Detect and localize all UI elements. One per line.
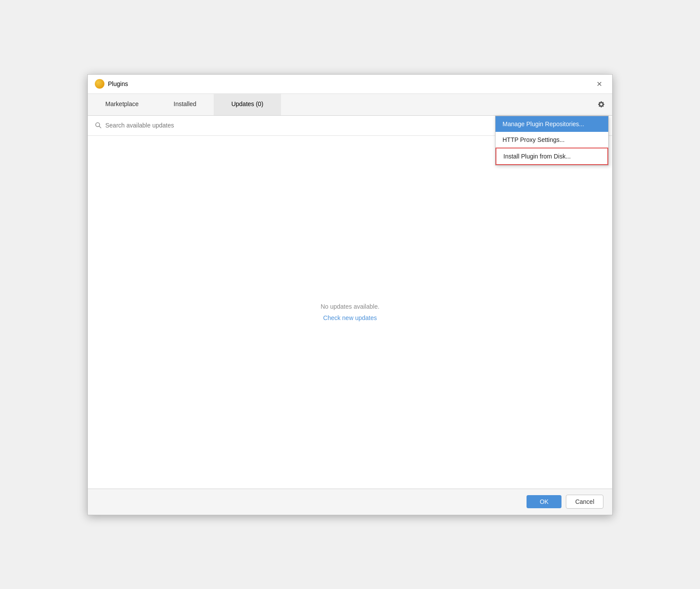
tabs-bar: Marketplace Installed Updates (0) Manage… xyxy=(88,94,612,116)
dialog-title: Plugins xyxy=(108,80,128,87)
tab-marketplace[interactable]: Marketplace xyxy=(88,94,156,115)
menu-item-http-proxy[interactable]: HTTP Proxy Settings... xyxy=(496,132,608,148)
cancel-button[interactable]: Cancel xyxy=(566,495,603,509)
content-area: No updates available. Check new updates xyxy=(88,136,612,489)
svg-line-1 xyxy=(99,126,101,128)
plugins-dialog: Plugins ✕ Marketplace Installed Updates … xyxy=(87,74,613,515)
close-button[interactable]: ✕ xyxy=(593,78,605,90)
settings-dropdown-menu: Manage Plugin Repositories... HTTP Proxy… xyxy=(495,116,609,165)
title-left: Plugins xyxy=(95,79,128,89)
plugin-icon xyxy=(95,79,104,89)
footer: OK Cancel xyxy=(88,489,612,515)
check-new-updates-link[interactable]: Check new updates xyxy=(323,314,377,321)
ok-button[interactable]: OK xyxy=(527,495,561,508)
gear-icon xyxy=(597,100,605,108)
tab-updates[interactable]: Updates (0) xyxy=(214,94,281,115)
no-updates-message: No updates available. xyxy=(321,303,380,310)
title-bar: Plugins ✕ xyxy=(88,75,612,94)
menu-item-install-disk[interactable]: Install Plugin from Disk... xyxy=(496,148,608,165)
menu-item-manage-repos[interactable]: Manage Plugin Repositories... xyxy=(496,116,608,132)
search-icon xyxy=(95,122,102,129)
tab-installed[interactable]: Installed xyxy=(156,94,214,115)
settings-gear-button[interactable] xyxy=(594,97,609,112)
